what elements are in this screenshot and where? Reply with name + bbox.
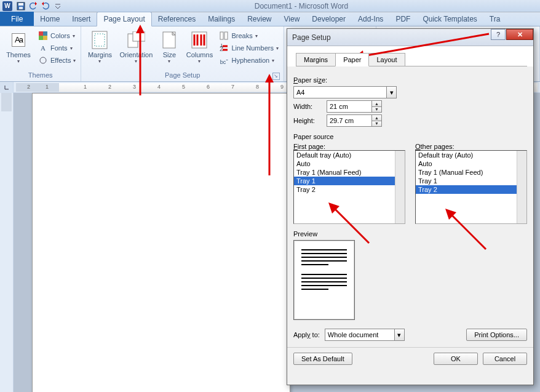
- breaks-icon: [219, 31, 229, 41]
- colors-icon: [38, 31, 48, 41]
- spin-up-icon[interactable]: ▲: [372, 115, 381, 121]
- list-item[interactable]: Auto: [294, 159, 405, 168]
- list-item[interactable]: Default tray (Auto): [294, 151, 405, 159]
- scrollbar[interactable]: [517, 151, 526, 223]
- tab-addins[interactable]: Add-Ins: [352, 12, 389, 26]
- tab-view[interactable]: View: [278, 12, 306, 26]
- apply-to-value[interactable]: [325, 329, 394, 340]
- themes-icon: Aa: [9, 30, 28, 50]
- page-setup-dialog-launcher[interactable]: ↘: [272, 73, 280, 80]
- tab-insert[interactable]: Insert: [66, 12, 97, 26]
- breaks-button[interactable]: Breaks ▾: [218, 30, 279, 41]
- svg-rect-1: [18, 3, 23, 6]
- columns-icon: [189, 30, 209, 50]
- tab-developer[interactable]: Developer: [306, 12, 352, 26]
- apply-to-combo[interactable]: ▾: [325, 329, 405, 341]
- list-item[interactable]: Tray 1 (Manual Feed): [294, 168, 405, 177]
- paper-size-combo[interactable]: ▾: [293, 86, 397, 98]
- spin-down-icon[interactable]: ▼: [372, 107, 381, 113]
- svg-rect-8: [43, 36, 47, 40]
- tab-mailings[interactable]: Mailings: [202, 12, 241, 26]
- svg-point-9: [40, 57, 46, 63]
- effects-button[interactable]: Effects ▾: [37, 55, 77, 66]
- hyphenation-button[interactable]: bc-Hyphenation ▾: [218, 55, 279, 66]
- redo-icon[interactable]: [41, 1, 50, 11]
- size-icon: [159, 30, 179, 50]
- fonts-button[interactable]: AFonts ▾: [37, 42, 77, 54]
- dialog-close-button[interactable]: ✕: [506, 29, 533, 40]
- list-item[interactable]: Default tray (Auto): [416, 151, 526, 159]
- tab-trailing[interactable]: Tra: [483, 12, 507, 26]
- ribbon-tabs: File Home Insert Page Layout References …: [0, 12, 540, 26]
- quick-access-toolbar: [16, 1, 63, 11]
- ok-button[interactable]: OK: [434, 353, 478, 365]
- list-item[interactable]: Tray 1: [416, 177, 526, 185]
- file-tab[interactable]: File: [0, 12, 34, 26]
- set-as-default-button[interactable]: Set As Default: [293, 353, 352, 365]
- list-item[interactable]: Tray 2: [294, 185, 405, 194]
- list-item[interactable]: Tray 1 (Manual Feed): [416, 168, 526, 177]
- colors-button[interactable]: Colors ▾: [37, 30, 77, 41]
- columns-button[interactable]: Columns▾: [185, 30, 214, 64]
- dialog-help-button[interactable]: ?: [491, 29, 506, 40]
- undo-icon[interactable]: [28, 1, 38, 11]
- svg-rect-20: [220, 32, 223, 39]
- other-pages-listbox[interactable]: Default tray (Auto)AutoTray 1 (Manual Fe…: [415, 150, 527, 224]
- line-numbers-icon: 12: [219, 43, 229, 53]
- tab-review[interactable]: Review: [241, 12, 277, 26]
- dialog-tab-layout[interactable]: Layout: [368, 53, 405, 66]
- margins-button[interactable]: Margins▾: [85, 30, 114, 64]
- word-icon: W: [2, 1, 12, 11]
- group-label-page-setup: Page Setup ↘: [85, 71, 279, 81]
- svg-rect-13: [133, 31, 145, 41]
- paper-source-label: Paper source: [293, 133, 527, 140]
- orientation-button[interactable]: Orientation▾: [118, 30, 154, 64]
- svg-rect-21: [224, 32, 228, 39]
- paper-size-value[interactable]: [294, 87, 386, 98]
- size-button[interactable]: Size▾: [157, 30, 181, 64]
- spin-down-icon[interactable]: ▼: [372, 121, 381, 127]
- qat-customize-icon[interactable]: [53, 1, 63, 11]
- dialog-title-bar[interactable]: Page Setup ? ✕: [287, 29, 533, 46]
- print-options-button[interactable]: Print Options...: [466, 329, 527, 341]
- cancel-button[interactable]: Cancel: [483, 353, 527, 365]
- svg-rect-6: [43, 31, 47, 36]
- first-page-listbox[interactable]: Default tray (Auto)AutoTray 1 (Manual Fe…: [293, 150, 405, 224]
- dialog-tab-paper[interactable]: Paper: [335, 53, 369, 66]
- line-numbers-button[interactable]: 12Line Numbers ▾: [218, 42, 279, 54]
- width-spinner[interactable]: ▲▼: [327, 100, 382, 113]
- scrollbar[interactable]: [395, 151, 405, 223]
- width-label: Width:: [293, 103, 323, 110]
- height-label: Height:: [293, 117, 323, 124]
- tab-home[interactable]: Home: [34, 12, 66, 26]
- page: [32, 93, 290, 392]
- orientation-icon: [126, 30, 146, 50]
- dialog-tab-margins[interactable]: Margins: [296, 53, 336, 66]
- tab-quick-templates[interactable]: Quick Templates: [416, 12, 483, 26]
- save-icon[interactable]: [16, 1, 26, 11]
- width-value[interactable]: [327, 101, 371, 112]
- preview-label: Preview: [293, 230, 527, 238]
- list-item[interactable]: Tray 1: [294, 177, 405, 185]
- margins-icon: [90, 30, 109, 50]
- height-spinner[interactable]: ▲▼: [327, 114, 382, 127]
- vertical-ruler[interactable]: [0, 93, 14, 392]
- svg-rect-2: [19, 7, 23, 9]
- svg-marker-4: [42, 2, 44, 6]
- group-themes: Aa Themes ▾ Colors ▾ AFonts ▾ Effects ▾ …: [0, 26, 81, 81]
- tab-pdf[interactable]: PDF: [389, 12, 416, 26]
- tab-references[interactable]: References: [152, 12, 202, 26]
- tab-selector[interactable]: [0, 82, 14, 93]
- title-bar: W Document1 - Microsoft Word: [0, 0, 540, 12]
- height-value[interactable]: [327, 115, 371, 126]
- chevron-down-icon[interactable]: ▾: [386, 87, 396, 98]
- svg-marker-3: [35, 2, 37, 6]
- spin-up-icon[interactable]: ▲: [372, 101, 381, 107]
- themes-button[interactable]: Aa Themes ▾: [4, 30, 33, 64]
- list-item[interactable]: Tray 2: [416, 185, 526, 194]
- list-item[interactable]: Auto: [416, 159, 526, 168]
- chevron-down-icon[interactable]: ▾: [394, 329, 404, 340]
- tab-page-layout[interactable]: Page Layout: [97, 12, 151, 26]
- group-page-setup: Margins▾ Orientation▾ Size▾ Columns▾ Bre…: [81, 26, 284, 81]
- preview-icon: [293, 240, 355, 320]
